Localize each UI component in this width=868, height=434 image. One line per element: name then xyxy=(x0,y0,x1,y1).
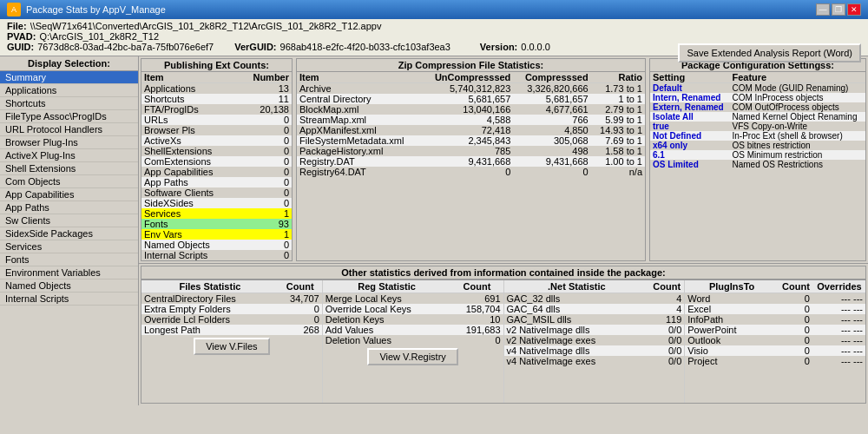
dotnet-stat-count: 0/0 xyxy=(651,356,684,366)
sidebar-item-browser-plugins[interactable]: Browser Plug-Ins xyxy=(0,136,138,149)
restore-button[interactable]: ❐ xyxy=(832,3,845,16)
pub-ext-item: Fonts xyxy=(141,219,238,229)
sidebar-item-fonts[interactable]: Fonts xyxy=(0,253,138,266)
pub-ext-item: FTA/ProgIDs xyxy=(141,104,238,115)
dotnet-stat-count: 0/0 xyxy=(651,325,684,335)
pub-ext-number: 1 xyxy=(238,229,292,240)
sidebar-item-com[interactable]: Com Objects xyxy=(0,175,138,188)
config-feature: COM Mode (GUID Renaming) xyxy=(730,83,866,94)
config-setting: x64 only xyxy=(650,141,730,150)
zip-item: Archive xyxy=(297,83,421,95)
sidebar-item-services[interactable]: Services xyxy=(0,240,138,253)
zip-ratio: 2.79 to 1 xyxy=(591,104,645,115)
reg-count-header: Count xyxy=(451,280,503,293)
pub-ext-col-number: Number xyxy=(238,72,292,83)
zip-ratio: 5.99 to 1 xyxy=(591,115,645,125)
sidebar-item-applications[interactable]: Applications xyxy=(0,84,138,97)
config-feature: OS bitnes restriction xyxy=(730,141,866,150)
sidebar-item-app-capabilities[interactable]: App Capabilities xyxy=(0,188,138,201)
plugin-name: Word xyxy=(685,293,792,304)
config-setting: Extern, Renamed xyxy=(650,102,730,112)
pub-ext-number: 1 xyxy=(238,208,292,219)
files-stat-item: Extra Empty Folders xyxy=(141,304,274,314)
config-setting: OS Limited xyxy=(650,160,730,169)
zip-item: PackageHistory.xml xyxy=(297,146,421,156)
reg-stat-count: 0 xyxy=(448,335,503,345)
sidebar-item-summary[interactable]: Summary xyxy=(0,71,138,84)
pub-ext-number: 0 xyxy=(238,135,292,146)
sidebar-item-filetype[interactable]: FileType Assoc\ProgIDs xyxy=(0,110,138,123)
zip-comp: 3,326,820,666 xyxy=(513,83,590,95)
sidebar-item-internal-scripts[interactable]: Internal Scripts xyxy=(0,293,138,306)
zip-ratio: 1.58 to 1 xyxy=(591,146,645,156)
plugin-count: 0 xyxy=(792,345,812,356)
pub-ext-number: 0 xyxy=(238,125,292,135)
zip-col-comp: Compresssed xyxy=(513,72,590,83)
plugin-overrides: --- --- xyxy=(812,314,865,325)
sidebar-item-sw-clients[interactable]: Sw Clients xyxy=(0,214,138,227)
minimize-button[interactable]: — xyxy=(816,3,830,16)
pub-ext-item: Services xyxy=(141,208,238,219)
sidebar-item-url-protocol[interactable]: URL Protocol Handlers xyxy=(0,123,138,136)
pub-ext-number: 0 xyxy=(238,167,292,177)
pub-ext-number: 0 xyxy=(238,250,292,260)
dotnet-stat-item: v4 NativeImage dlls xyxy=(504,345,652,356)
zip-comp: 9,431,668 xyxy=(513,156,590,167)
config-feature: COM OutOfProcess objects xyxy=(730,102,866,112)
pub-ext-number: 11 xyxy=(238,94,292,104)
plugin-overrides: --- --- xyxy=(812,325,865,335)
sidebar-item-shell[interactable]: Shell Extensions xyxy=(0,162,138,175)
zip-uncomp: 9,431,668 xyxy=(421,156,513,167)
reg-stat-header: Reg Statistic xyxy=(323,280,451,293)
pub-ext-item: Shortcuts xyxy=(141,94,238,104)
info-section: Save Extended Analysis Report (Word) Fil… xyxy=(0,19,868,56)
pub-ext-table: Item Number Applications13Shortcuts11FTA… xyxy=(141,72,292,260)
files-stat-table: CentralDirectory Files34,707Extra Empty … xyxy=(141,293,322,335)
view-registry-button[interactable]: View V.Registry xyxy=(367,348,457,365)
sidebar-item-env-vars[interactable]: Environment Variables xyxy=(0,266,138,279)
zip-stats-header: Zip Compression File Statistics: xyxy=(297,59,645,72)
sidebar-item-named-objects[interactable]: Named Objects xyxy=(0,279,138,293)
zip-uncomp: 5,681,657 xyxy=(421,94,513,104)
sidebar-item-sidexside[interactable]: SidexSide Packages xyxy=(0,227,138,240)
pub-ext-item: App Paths xyxy=(141,177,238,187)
pub-ext-number: 0 xyxy=(238,115,292,125)
config-feature: COM InProcess objects xyxy=(730,93,866,102)
pub-ext-item: Browser Pls xyxy=(141,125,238,135)
reg-stat-count: 158,704 xyxy=(448,304,503,314)
pub-ext-item: Applications xyxy=(141,83,238,95)
guid-value: 7673d8c8-03ad-42bc-ba7a-75fb076e6ef7 xyxy=(37,42,214,52)
dotnet-stat-count: 119 xyxy=(651,314,684,325)
sidebar-item-activex[interactable]: ActiveX Plug-Ins xyxy=(0,149,138,162)
zip-uncomp: 72,418 xyxy=(421,125,513,135)
pub-ext-number: 0 xyxy=(238,240,292,250)
top-panels: Publishing Ext Counts: Item Number Appli… xyxy=(139,56,868,264)
sidebar-item-app-paths[interactable]: App Paths xyxy=(0,201,138,214)
files-stat-item: CentralDirectory Files xyxy=(141,293,274,304)
pub-ext-header: Publishing Ext Counts: xyxy=(141,59,292,72)
plugins-overrides-header: Overrides xyxy=(813,280,865,293)
file-label: File: xyxy=(7,21,27,31)
reg-stat-item: Override Local Keys xyxy=(323,304,449,314)
save-report-button[interactable]: Save Extended Analysis Report (Word) xyxy=(678,43,861,62)
pkg-config-table: Setting Feature DefaultCOM Mode (GUID Re… xyxy=(650,72,865,169)
reg-stat-table: Merge Local Keys691Override Local Keys15… xyxy=(323,293,503,345)
plugin-count: 0 xyxy=(792,335,812,345)
dotnet-stat-count: 4 xyxy=(651,293,684,304)
sidebar-item-shortcuts[interactable]: Shortcuts xyxy=(0,97,138,110)
zip-uncomp: 0 xyxy=(421,167,513,177)
pub-ext-item: ShellExtensions xyxy=(141,146,238,156)
zip-comp: 4,677,661 xyxy=(513,104,590,115)
close-button[interactable]: ✕ xyxy=(847,3,861,16)
file-value: \\SeqW71x641\Converted\ArcGIS_101_2k8R2_… xyxy=(30,21,382,31)
dotnet-stat-count: 0/0 xyxy=(651,335,684,345)
view-files-button[interactable]: View V.Files xyxy=(194,338,269,355)
pub-ext-item: SideXSides xyxy=(141,198,238,208)
zip-item: Registry64.DAT xyxy=(297,167,421,177)
config-setting: true xyxy=(650,122,730,131)
config-setting: 6.1 xyxy=(650,150,730,160)
guid-label: GUID: xyxy=(7,42,34,52)
pkg-config-panel: Package Configuration Settingss: Setting… xyxy=(649,58,866,261)
zip-col-item: Item xyxy=(297,72,421,83)
files-stat-count: 0 xyxy=(274,304,321,314)
